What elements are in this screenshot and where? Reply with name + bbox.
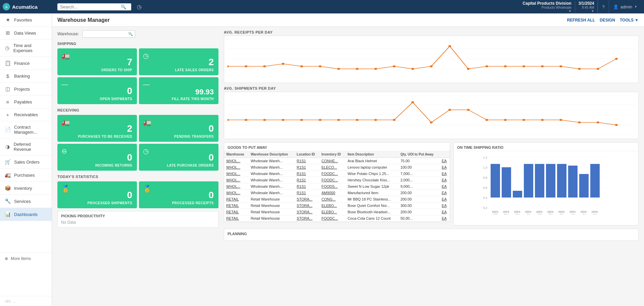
location-cell[interactable]: R1S1 (295, 158, 319, 164)
table-row[interactable]: WHOL... Wholesale Wareh... R1S1 ELECO...… (224, 164, 450, 171)
inventory-cell[interactable]: FOODC... (319, 215, 346, 222)
processed-receipts-value: 0 (144, 190, 214, 200)
company-selector[interactable]: Capital Products Division Products Whole… (519, 1, 575, 13)
table-row[interactable]: WHOL... Wholesale Wareh... R1S1 FOODC...… (224, 177, 450, 183)
table-row[interactable]: RETAIL Retail Warehouse STORA... CONG...… (224, 196, 450, 203)
uoi-cell[interactable]: EA (440, 183, 450, 190)
sidebar-item-receivables[interactable]: + Receivables (0, 108, 52, 121)
location-cell[interactable]: R1S1 (295, 177, 319, 183)
warehouse-cell[interactable]: RETAIL (224, 215, 249, 222)
uoi-cell[interactable]: EA (440, 177, 450, 183)
uoi-cell[interactable]: EA (440, 215, 450, 222)
warehouse-cell[interactable]: WHOL... (224, 183, 249, 190)
svg-point-26 (485, 65, 488, 68)
today-stats-label: TODAY'S STATISTICS (57, 175, 218, 179)
sidebar-item-contract-mgmt[interactable]: 📄 Contract Managem... (0, 121, 52, 138)
table-row[interactable]: WHOL... Wholesale Wareh... R1S1 AM9000 M… (224, 190, 450, 196)
design-button[interactable]: DESIGN (600, 18, 615, 23)
fill-rate-card[interactable]: — 99.93 FILL RATE THIS MONTH (139, 77, 218, 104)
sidebar-item-payables[interactable]: ≡ Payables (0, 96, 52, 108)
warehouse-cell[interactable]: WHOL... (224, 171, 249, 177)
inventory-cell[interactable]: FOODC... (319, 177, 346, 183)
location-cell[interactable]: STORA... (295, 203, 319, 209)
inventory-icon: 📦 (5, 185, 11, 191)
warehouse-cell[interactable]: RETAIL (224, 203, 249, 209)
warehouse-cell[interactable]: WHOL... (224, 164, 249, 171)
history-button[interactable]: ◷ (134, 1, 145, 12)
warehouse-cell[interactable]: RETAIL (224, 209, 249, 215)
late-sales-orders-card[interactable]: ◷ 2 LATE SALES ORDERS (139, 48, 218, 75)
sidebar-item-finance[interactable]: 📋 Finance (0, 57, 52, 70)
search-input[interactable] (60, 4, 119, 9)
search-box[interactable]: 🔍 (57, 3, 131, 10)
sidebar-item-data-views[interactable]: ⊞ Data Views (0, 27, 52, 40)
sidebar-label-sales-orders: Sales Orders (14, 160, 40, 165)
location-cell[interactable]: R1S1 (295, 171, 319, 177)
collapse-sidebar-button[interactable]: ◁◁ ... (0, 296, 52, 306)
warehouse-input-field[interactable] (85, 32, 128, 36)
inventory-cell[interactable]: FOODC... (319, 171, 346, 177)
sidebar-item-time-expenses[interactable]: ◷ Time and Expenses (0, 40, 52, 57)
location-cell[interactable]: STORA... (295, 209, 319, 215)
svg-point-44 (228, 119, 229, 121)
processed-shipments-card[interactable]: 🏅 0 PROCESSED SHIPMENTS (57, 181, 137, 208)
uoi-cell[interactable]: EA (440, 164, 450, 171)
location-cell[interactable]: STORA... (295, 215, 319, 222)
warehouse-cell[interactable]: WHOL... (224, 177, 249, 183)
table-row[interactable]: RETAIL Retail Warehouse STORA... FOODC..… (224, 215, 450, 222)
refresh-all-button[interactable]: REFRESH ALL (567, 18, 595, 23)
purchases-to-receive-card[interactable]: 🚛 2 PURCHASES TO BE RECEIVED (57, 115, 137, 142)
table-row[interactable]: WHOL... Wholesale Wareh... R1S1 FOODC...… (224, 171, 450, 177)
inventory-cell[interactable]: AM9000 (319, 190, 346, 196)
sidebar-item-sales-orders[interactable]: 🛒 Sales Orders (0, 156, 52, 169)
location-cell[interactable]: R1S1 (295, 190, 319, 196)
warehouse-cell[interactable]: WHOL... (224, 190, 249, 196)
warehouse-cell[interactable]: WHOL... (224, 158, 249, 164)
uoi-cell[interactable]: EA (440, 203, 450, 209)
late-purchase-orders-card[interactable]: ◷ 0 LATE PURCHASE ORDERS (139, 144, 218, 171)
sidebar-item-purchases[interactable]: 🚛 Purchases (0, 169, 52, 182)
sidebar-item-banking[interactable]: $ Banking (0, 70, 52, 83)
orders-to-ship-card[interactable]: 🚛 7 ORDERS TO SHIP (57, 48, 137, 75)
table-row[interactable]: RETAIL Retail Warehouse STORA... ELEBO..… (224, 203, 450, 209)
uoi-cell[interactable]: EA (440, 209, 450, 215)
table-row[interactable]: RETAIL Retail Warehouse STORA... ELEBO..… (224, 209, 450, 215)
datetime-selector[interactable]: 3/1/2024 9:45 AM ▼ (575, 1, 598, 13)
svg-text:A: A (5, 5, 8, 9)
inventory-cell[interactable]: ELEBO... (319, 209, 346, 215)
table-row[interactable]: WHOL... Wholesale Wareh... R1S1 CONHE...… (224, 158, 450, 164)
inventory-cell[interactable]: FOODS... (319, 183, 346, 190)
location-cell[interactable]: R1S1 (295, 183, 319, 190)
warehouse-cell[interactable]: RETAIL (224, 196, 249, 203)
table-row[interactable]: WHOL... Wholesale Wareh... R1S1 FOODS...… (224, 183, 450, 190)
sidebar-item-services[interactable]: 🔧 Services (0, 195, 52, 208)
sidebar-label-dashboards: Dashboards (14, 212, 38, 217)
pending-transfers-card[interactable]: 🚛 0 PENDING TRANSFERS (139, 115, 218, 142)
sidebar-item-dashboards[interactable]: 📊 Dashboards (0, 208, 52, 221)
tools-button[interactable]: TOOLS ▼ (620, 18, 639, 23)
location-cell[interactable]: STORA... (295, 196, 319, 203)
incoming-returns-card[interactable]: ⊖ 0 INCOMING RETURNS (57, 144, 137, 171)
help-button[interactable]: ? (598, 0, 608, 13)
inventory-cell[interactable]: CONHE... (319, 158, 346, 164)
warehouse-input-box[interactable]: 🔍 (82, 30, 135, 38)
uoi-cell[interactable]: EA (440, 171, 450, 177)
processed-receipts-card[interactable]: 🏅 0 PROCESSED RECEIPTS (139, 181, 218, 208)
uoi-cell[interactable]: EA (440, 158, 450, 164)
user-menu[interactable]: 👤 admin ▼ (609, 0, 641, 13)
inventory-cell[interactable]: CONG... (319, 196, 346, 203)
svg-point-28 (523, 65, 525, 68)
uoi-cell[interactable]: EA (440, 196, 450, 203)
location-cell[interactable]: R1S1 (295, 164, 319, 171)
sidebar-item-favorites[interactable]: ★ Favorites (0, 13, 52, 27)
more-items-button[interactable]: ⊕ More Items (0, 253, 52, 264)
sidebar-item-projects[interactable]: ◫ Projects (0, 83, 52, 96)
logo[interactable]: A Acumatica (3, 3, 55, 10)
header-actions: REFRESH ALL DESIGN TOOLS ▼ (567, 18, 639, 23)
inventory-cell[interactable]: ELEBO... (319, 203, 346, 209)
uoi-cell[interactable]: EA (440, 190, 450, 196)
open-shipments-card[interactable]: — 0 OPEN SHIPMENTS (57, 77, 137, 104)
sidebar-item-deferred-rev[interactable]: ◑ Deferred Revenue (0, 138, 52, 156)
inventory-cell[interactable]: ELECO... (319, 164, 346, 171)
sidebar-item-inventory[interactable]: 📦 Inventory (0, 182, 52, 195)
